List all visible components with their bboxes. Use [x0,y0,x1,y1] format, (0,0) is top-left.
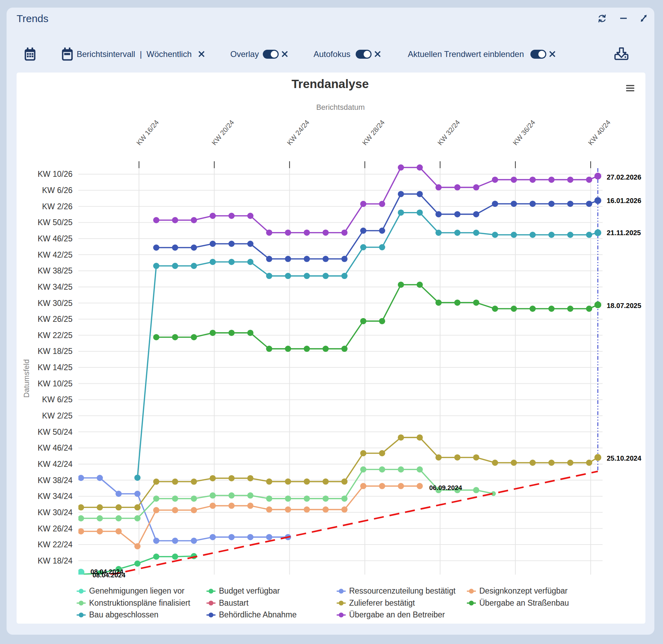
svg-text:27.02.2026: 27.02.2026 [607,173,641,181]
svg-text:25.10.2024: 25.10.2024 [607,454,642,462]
svg-text:Genehmigungen liegen vor: Genehmigungen liegen vor [89,586,185,595]
svg-text:21.11.2025: 21.11.2025 [607,229,641,237]
svg-text:Berichtsintervall | Wöchentl: Berichtsintervall | Wöchentlich [77,49,192,59]
svg-text:KW 18/24: KW 18/24 [38,556,73,565]
svg-text:Overlay: Overlay [230,49,259,59]
svg-text:KW 38/24: KW 38/24 [38,476,73,485]
svg-text:Baustart: Baustart [219,598,249,607]
svg-text:KW 34/24: KW 34/24 [38,492,73,501]
svg-text:Designkonzept verfügbar: Designkonzept verfügbar [479,586,568,595]
svg-text:Datumsfeld: Datumsfeld [22,359,31,397]
svg-text:Trends: Trends [17,13,48,24]
svg-text:Budget verfügbar: Budget verfügbar [219,586,280,595]
svg-text:KW 22/24: KW 22/24 [38,540,73,549]
svg-text:KW 46/25: KW 46/25 [38,234,73,243]
svg-text:KW 10/26: KW 10/26 [38,170,73,179]
svg-text:KW 38/25: KW 38/25 [38,266,73,275]
svg-text:KW 26/25: KW 26/25 [38,315,73,324]
svg-text:KW 46/24: KW 46/24 [38,443,73,452]
svg-text:KW 26/24: KW 26/24 [38,524,73,533]
svg-text:Aktuellen Trendwert einblenden: Aktuellen Trendwert einblenden [408,49,524,59]
svg-text:KW 50/25: KW 50/25 [38,218,73,227]
svg-text:Übergabe an Straßenbau: Übergabe an Straßenbau [479,598,569,607]
svg-text:KW 2/26: KW 2/26 [42,202,73,211]
svg-text:KW 34/25: KW 34/25 [38,282,73,291]
svg-text:Bau abgeschlossen: Bau abgeschlossen [89,610,158,619]
svg-text:Berichtsdatum: Berichtsdatum [316,103,365,112]
svg-text:KW 42/25: KW 42/25 [38,250,73,259]
svg-text:18.07.2025: 18.07.2025 [607,302,641,309]
svg-text:06.09.2024: 06.09.2024 [429,484,462,491]
svg-text:Trendanalyse: Trendanalyse [291,77,369,90]
svg-text:KW 22/25: KW 22/25 [38,331,73,340]
svg-text:KW 30/25: KW 30/25 [38,299,73,308]
svg-text:16.01.2026: 16.01.2026 [607,197,641,204]
svg-text:KW 50/24: KW 50/24 [38,427,73,436]
svg-text:Zulieferer bestätigt: Zulieferer bestätigt [349,598,415,607]
svg-text:08.04.2024: 08.04.2024 [90,568,124,575]
svg-text:KW 30/24: KW 30/24 [38,508,73,517]
svg-text:KW 2/25: KW 2/25 [42,411,73,420]
svg-text:Behördliche Abnahme: Behördliche Abnahme [219,610,297,619]
svg-text:Übergabe an den Betreiber: Übergabe an den Betreiber [349,610,445,619]
svg-text:KW 6/25: KW 6/25 [42,395,73,404]
svg-text:Autofokus: Autofokus [314,49,350,59]
svg-text:KW 18/25: KW 18/25 [38,347,73,356]
svg-text:Ressourcenzuteilung bestätigt: Ressourcenzuteilung bestätigt [349,586,456,595]
svg-text:KW 10/25: KW 10/25 [38,379,73,388]
svg-text:KW 14/25: KW 14/25 [38,363,73,372]
svg-text:Konstruktionspläne finalisiert: Konstruktionspläne finalisiert [89,598,190,607]
svg-text:KW 42/24: KW 42/24 [38,460,73,469]
svg-text:KW 6/26: KW 6/26 [42,186,73,195]
